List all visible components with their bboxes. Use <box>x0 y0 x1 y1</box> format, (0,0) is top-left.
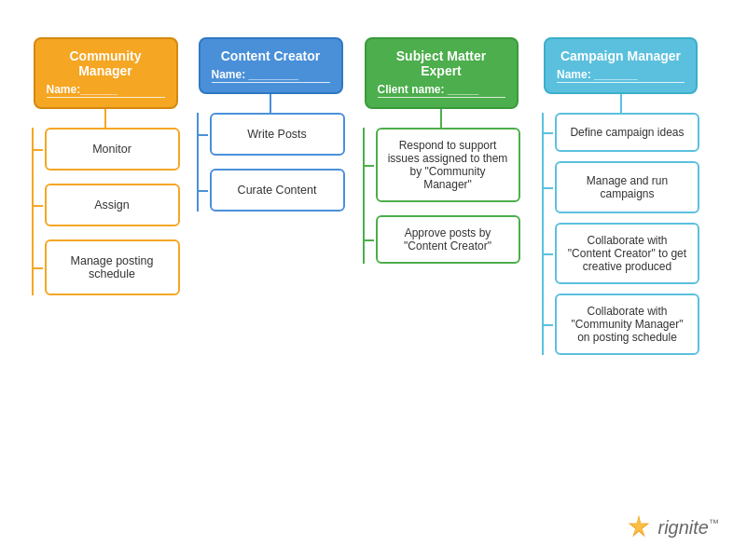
community-manager-name: Name:______ <box>47 83 165 98</box>
task-item: Manage posting schedule <box>45 239 180 295</box>
task-approve-posts: Approve posts by "Content Creator" <box>376 215 520 264</box>
content-creator-title: Content Creator <box>212 48 330 63</box>
task-connector <box>32 149 43 151</box>
campaign-manager-name: Name: _______ <box>557 68 685 83</box>
task-manage-campaigns: Manage and run campaigns <box>555 161 699 213</box>
column-community-manager: Community Manager Name:______ Monitor As… <box>26 37 185 295</box>
task-item: Collaborate with "Community Manager" on … <box>555 294 699 355</box>
bracket-line-4 <box>542 113 544 355</box>
rignite-logo-icon <box>625 513 653 541</box>
task-item: Approve posts by "Content Creator" <box>376 215 520 264</box>
tasks-col2: Write Posts Curate Content <box>197 113 345 212</box>
task-assign: Assign <box>45 184 180 226</box>
tasks-col3: Respond to support issues assigned to th… <box>363 128 520 264</box>
task-connector <box>32 205 43 207</box>
logo: rignite™ <box>625 513 719 541</box>
bracket-line-2 <box>197 113 199 212</box>
content-creator-header: Content Creator Name: ________ <box>199 37 343 94</box>
content-creator-name: Name: ________ <box>212 68 330 83</box>
task-define-campaign-ideas: Define campaign ideas <box>555 113 699 152</box>
campaign-manager-title: Campaign Manager <box>557 48 685 63</box>
connector-4 <box>620 94 622 113</box>
task-item: Collaborate with "Content Creator" to ge… <box>555 223 699 284</box>
task-collaborate-community-manager: Collaborate with "Community Manager" on … <box>555 294 699 355</box>
subject-matter-expert-name: Client name: _____ <box>378 83 505 98</box>
task-respond-support: Respond to support issues assigned to th… <box>376 128 520 202</box>
subject-matter-expert-header: Subject Matter Expert Client name: _____ <box>365 37 519 109</box>
community-manager-title: Community Manager <box>47 48 165 78</box>
task-connector <box>542 132 553 134</box>
diagram: Community Manager Name:______ Monitor As… <box>0 0 747 560</box>
task-item: Respond to support issues assigned to th… <box>376 128 520 202</box>
task-connector <box>542 187 553 189</box>
task-collaborate-content-creator: Collaborate with "Content Creator" to ge… <box>555 223 699 284</box>
task-connector <box>197 134 208 136</box>
task-manage-posting: Manage posting schedule <box>45 239 180 295</box>
task-curate-content: Curate Content <box>210 169 345 212</box>
campaign-manager-header: Campaign Manager Name: _______ <box>544 37 698 94</box>
task-monitor: Monitor <box>45 128 180 171</box>
connector-2 <box>270 94 271 113</box>
task-connector <box>32 267 43 269</box>
task-write-posts: Write Posts <box>210 113 345 156</box>
task-item: Define campaign ideas <box>555 113 699 152</box>
task-item: Write Posts <box>210 113 345 156</box>
task-connector <box>197 190 208 192</box>
tasks-col4: Define campaign ideas Manage and run cam… <box>542 113 699 355</box>
task-connector <box>363 165 374 167</box>
column-subject-matter-expert: Subject Matter Expert Client name: _____… <box>362 37 520 264</box>
task-connector <box>363 239 374 241</box>
subject-matter-expert-title: Subject Matter Expert <box>378 48 505 78</box>
column-campaign-manager: Campaign Manager Name: _______ Define ca… <box>539 37 702 355</box>
connector-1 <box>104 109 106 128</box>
bracket-line-1 <box>32 128 34 295</box>
task-item: Assign <box>45 184 180 226</box>
task-item: Curate Content <box>210 169 345 212</box>
column-content-creator: Content Creator Name: ________ Write Pos… <box>196 37 345 212</box>
task-connector <box>542 253 553 255</box>
community-manager-header: Community Manager Name:______ <box>34 37 178 109</box>
task-item: Manage and run campaigns <box>555 161 699 213</box>
task-connector <box>542 324 553 326</box>
bracket-line-3 <box>363 128 365 264</box>
task-item: Monitor <box>45 128 180 171</box>
connector-3 <box>440 109 442 128</box>
tasks-col1: Monitor Assign Manage posting schedule <box>32 128 180 295</box>
logo-text: rignite™ <box>658 517 719 539</box>
